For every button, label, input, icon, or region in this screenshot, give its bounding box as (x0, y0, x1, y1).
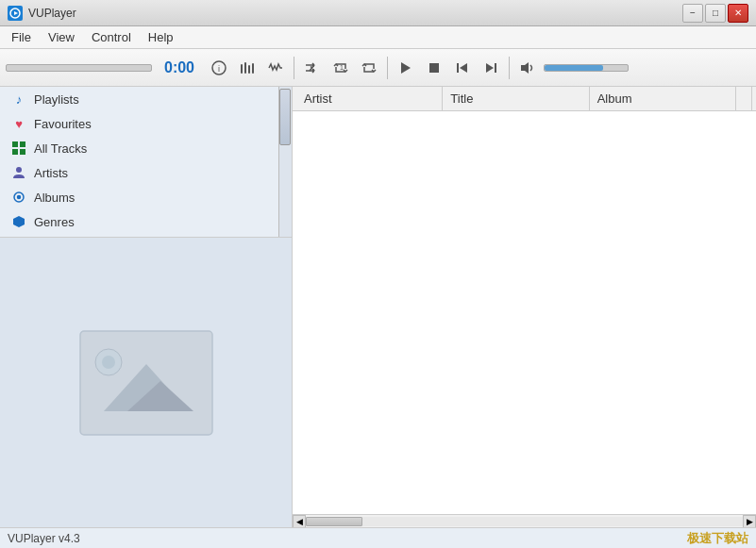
title-bar: VUPlayer − □ ✕ (0, 0, 756, 26)
scroll-right-button[interactable]: ▶ (743, 515, 756, 528)
sidebar: ♪ Playlists ♥ Favourites (0, 87, 293, 527)
track-list-body (293, 111, 756, 514)
scroll-left-button[interactable]: ◀ (293, 515, 306, 528)
scroll-track[interactable] (306, 517, 743, 526)
svg-marker-11 (460, 63, 467, 73)
nav-list-content: ♪ Playlists ♥ Favourites (0, 87, 292, 234)
svg-marker-9 (401, 62, 411, 74)
svg-rect-17 (20, 141, 25, 147)
shuffle-button[interactable] (300, 56, 325, 80)
svg-rect-14 (495, 63, 496, 73)
svg-text:i: i (218, 64, 220, 74)
svg-rect-18 (12, 149, 18, 155)
progress-bar[interactable] (6, 64, 152, 72)
svg-point-20 (16, 167, 22, 173)
volume-button[interactable] (515, 56, 540, 80)
svg-rect-4 (241, 64, 243, 74)
playlists-label: Playlists (34, 92, 79, 107)
svg-marker-15 (521, 62, 529, 74)
sidebar-item-albums[interactable]: Albums (0, 185, 278, 209)
sidebar-item-favourites[interactable]: ♥ Favourites (0, 111, 278, 136)
volume-slider[interactable] (544, 64, 629, 72)
albums-label: Albums (34, 191, 75, 205)
toolbar-sep-3 (509, 57, 510, 79)
track-list-header: Artist Title Album (293, 87, 756, 111)
svg-rect-10 (429, 63, 439, 73)
svg-rect-7 (252, 63, 254, 74)
window-title: VUPlayer (28, 7, 76, 20)
window-controls: − □ ✕ (682, 4, 748, 23)
status-bar: VUPlayer v4.3 极速下载站 (0, 527, 756, 548)
play-button[interactable] (394, 56, 418, 80)
favourites-icon: ♥ (11, 116, 26, 131)
svg-rect-5 (244, 62, 246, 74)
close-button[interactable]: ✕ (728, 4, 748, 23)
main-content: ♪ Playlists ♥ Favourites (0, 87, 756, 527)
col-header-artist[interactable]: Artist (296, 87, 443, 110)
repeat-button[interactable] (357, 56, 381, 80)
svg-rect-6 (248, 65, 250, 74)
menu-control[interactable]: Control (84, 28, 139, 46)
svg-marker-23 (13, 216, 25, 227)
waveform-button[interactable] (263, 56, 288, 80)
favourites-label: Favourites (34, 117, 92, 131)
svg-rect-12 (457, 63, 459, 73)
all-tracks-label: All Tracks (34, 141, 87, 156)
toolbar: 0:00 i 1 (0, 49, 756, 87)
svg-rect-19 (20, 149, 25, 155)
col-header-extra[interactable] (736, 87, 752, 110)
scroll-thumb (306, 517, 362, 526)
watermark: 极速下载站 (687, 530, 748, 547)
all-tracks-icon (11, 141, 26, 156)
svg-marker-1 (14, 11, 18, 15)
col-header-title[interactable]: Title (443, 87, 589, 110)
svg-point-28 (102, 356, 115, 369)
nav-list-container: ♪ Playlists ♥ Favourites (0, 87, 292, 238)
time-display: 0:00 (156, 59, 203, 76)
next-button[interactable] (479, 56, 503, 80)
volume-fill (545, 65, 603, 71)
sidebar-item-all-tracks[interactable]: All Tracks (0, 136, 278, 160)
col-header-album[interactable]: Album (590, 87, 736, 110)
toolbar-sep-1 (294, 57, 294, 79)
status-text: VUPlayer v4.3 (8, 532, 80, 545)
album-art-placeholder (76, 326, 217, 440)
maximize-button[interactable]: □ (705, 4, 726, 23)
menu-bar: File View Control Help (0, 26, 756, 49)
menu-help[interactable]: Help (141, 28, 181, 46)
genres-label: Genres (34, 215, 75, 229)
horizontal-scrollbar[interactable]: ◀ ▶ (293, 514, 756, 527)
info-button[interactable]: i (207, 56, 231, 80)
prev-button[interactable] (450, 56, 475, 80)
nav-scrollbar[interactable] (278, 87, 292, 237)
sidebar-item-genres[interactable]: Genres (0, 209, 278, 234)
artists-label: Artists (34, 166, 68, 180)
minimize-button[interactable]: − (682, 4, 703, 23)
app-icon (8, 6, 23, 21)
genres-icon (11, 214, 26, 229)
albums-icon (11, 190, 26, 205)
track-list-panel: Artist Title Album ◀ ▶ (293, 87, 756, 527)
artists-icon (11, 165, 26, 180)
equalizer-button[interactable] (235, 56, 260, 80)
sidebar-item-playlists[interactable]: ♪ Playlists (0, 87, 278, 111)
nav-scroll-thumb (279, 89, 291, 145)
album-art-area (0, 238, 292, 527)
menu-view[interactable]: View (41, 28, 82, 46)
toolbar-sep-2 (387, 57, 388, 79)
svg-point-22 (18, 196, 21, 199)
svg-rect-16 (12, 141, 18, 147)
sidebar-item-artists[interactable]: Artists (0, 160, 278, 185)
repeat-one-button[interactable]: 1 (328, 56, 353, 80)
playlists-icon: ♪ (11, 91, 26, 107)
svg-marker-13 (486, 63, 494, 73)
svg-text:1: 1 (340, 64, 344, 71)
stop-button[interactable] (422, 56, 446, 80)
title-left: VUPlayer (8, 6, 76, 21)
menu-file[interactable]: File (4, 28, 39, 46)
